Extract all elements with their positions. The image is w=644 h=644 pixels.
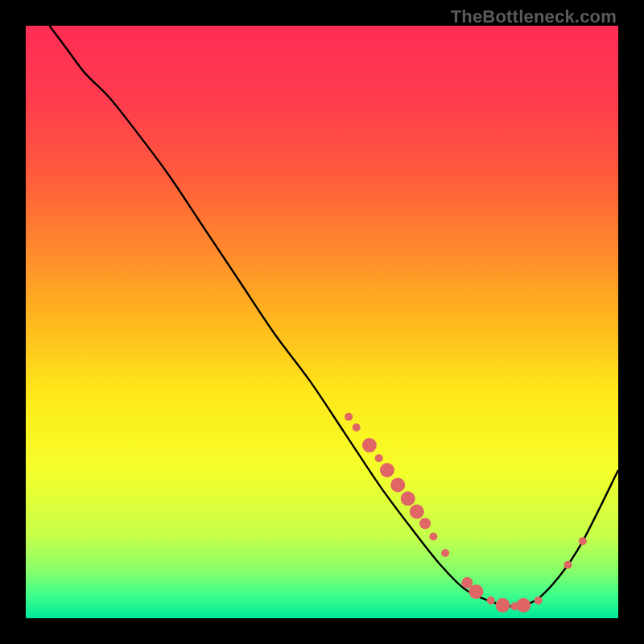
chart-background — [26, 26, 618, 618]
highlight-dot — [345, 413, 353, 421]
highlight-dot — [390, 477, 405, 492]
highlight-dot — [419, 518, 431, 529]
highlight-dot — [495, 598, 510, 613]
highlight-dot — [429, 532, 437, 540]
highlight-dot — [410, 505, 424, 519]
highlight-dot — [353, 423, 361, 431]
highlight-dot — [579, 537, 587, 545]
highlight-dot — [487, 597, 495, 605]
highlight-dot — [441, 549, 449, 557]
highlight-dot — [469, 584, 483, 599]
highlight-dot — [516, 598, 530, 613]
highlight-dot — [401, 491, 415, 506]
highlight-dot — [362, 438, 377, 452]
bottleneck-chart — [26, 26, 618, 618]
chart-svg — [26, 26, 618, 618]
highlight-dot — [375, 454, 383, 462]
highlight-dot — [535, 597, 543, 605]
watermark-text: TheBottleneck.com — [451, 6, 617, 27]
highlight-dot — [380, 463, 394, 477]
highlight-dot — [564, 561, 572, 569]
